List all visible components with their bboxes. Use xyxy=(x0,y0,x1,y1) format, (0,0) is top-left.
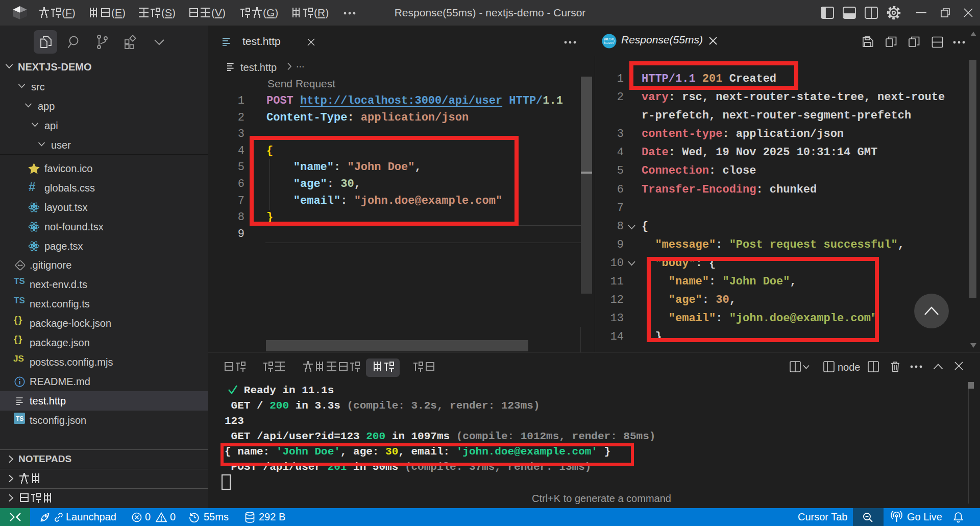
svg-text:REST: REST xyxy=(605,37,614,41)
svg-text:CLIENT: CLIENT xyxy=(605,42,613,44)
